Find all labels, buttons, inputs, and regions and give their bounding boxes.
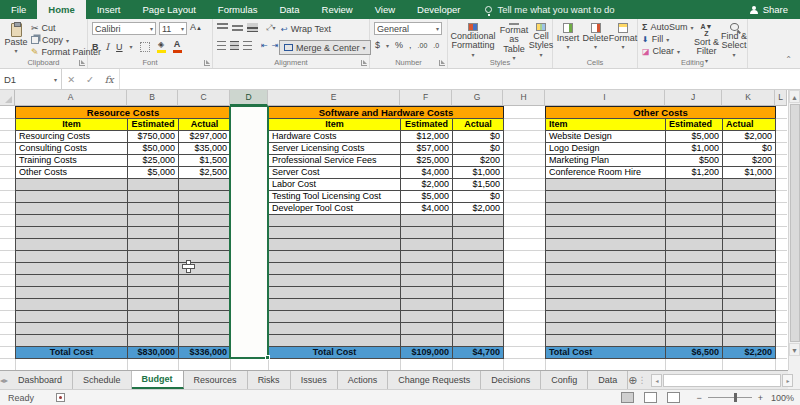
- scroll-left-icon[interactable]: ◂: [651, 374, 662, 387]
- column-header-B[interactable]: B: [127, 90, 178, 106]
- selected-column-D[interactable]: [229, 106, 269, 359]
- bold-button[interactable]: B: [92, 42, 99, 52]
- page-layout-view-icon[interactable]: [644, 392, 657, 403]
- align-middle-icon[interactable]: [232, 23, 243, 32]
- cell-t0-total-actual[interactable]: $336,000: [178, 346, 231, 359]
- conditional-formatting-button[interactable]: Conditional Formatting▾: [449, 20, 497, 58]
- italic-button[interactable]: I: [106, 42, 110, 52]
- align-right-icon[interactable]: [243, 41, 252, 50]
- wrap-text-button[interactable]: ↩ Wrap Text: [281, 23, 331, 35]
- decrease-decimal-button[interactable]: .0: [433, 42, 439, 49]
- column-header-A[interactable]: A: [15, 90, 127, 106]
- font-color-button[interactable]: A: [173, 40, 182, 53]
- number-format-combo[interactable]: General▾: [374, 22, 442, 35]
- accounting-format-button[interactable]: $: [375, 40, 380, 50]
- sheet-tab-data[interactable]: Data: [588, 371, 628, 389]
- find-select-button[interactable]: Find & Select▾: [721, 20, 747, 58]
- sheet-tab-budget[interactable]: Budget: [132, 371, 184, 389]
- cell-t2-total-label[interactable]: Total Cost: [545, 346, 666, 359]
- font-name-combo[interactable]: Calibri▾: [92, 22, 156, 35]
- increase-decimal-button[interactable]: .00: [418, 42, 428, 49]
- column-header-J[interactable]: J: [665, 90, 722, 106]
- ribbon-tab-insert[interactable]: Insert: [86, 0, 132, 19]
- page-break-view-icon[interactable]: [667, 392, 680, 403]
- zoom-slider-thumb[interactable]: [734, 393, 737, 402]
- name-box[interactable]: D1 ▾: [0, 69, 62, 89]
- cell-t1-total-actual[interactable]: $4,700: [452, 346, 504, 359]
- insert-cells-button[interactable]: Insert▾: [555, 20, 581, 58]
- column-header-G[interactable]: G: [452, 90, 503, 106]
- sheet-tab-config[interactable]: Config: [541, 371, 588, 389]
- sheet-tab-dashboard[interactable]: Dashboard: [8, 371, 73, 389]
- delete-cells-button[interactable]: Delete▾: [582, 20, 609, 58]
- font-size-combo[interactable]: 11▾: [159, 22, 187, 35]
- column-header-I[interactable]: I: [545, 90, 665, 106]
- ribbon-tab-home[interactable]: Home: [37, 0, 85, 19]
- new-sheet-button[interactable]: ⊕: [628, 371, 637, 389]
- ribbon-tab-view[interactable]: View: [364, 0, 406, 19]
- format-as-table-button[interactable]: Format as Table▾: [498, 20, 530, 58]
- ribbon-tab-page-layout[interactable]: Page Layout: [131, 0, 206, 19]
- cell-styles-button[interactable]: Cell Styles▾: [530, 20, 552, 58]
- borders-icon[interactable]: [140, 42, 150, 52]
- cell-t2-total-estimated[interactable]: $6,500: [665, 346, 723, 359]
- sheet-tab-schedule[interactable]: Schedule: [73, 371, 132, 389]
- align-center-icon[interactable]: [230, 41, 239, 50]
- horizontal-scroll-thumb[interactable]: [663, 374, 781, 387]
- column-header-K[interactable]: K: [722, 90, 775, 106]
- formula-input[interactable]: [120, 69, 800, 89]
- comma-style-button[interactable]: ,: [409, 40, 412, 50]
- merge-center-button[interactable]: Merge & Center ▾: [279, 40, 371, 55]
- vertical-scrollbar[interactable]: ▲ ▼: [788, 90, 800, 370]
- font-dialog-launcher[interactable]: [204, 60, 210, 66]
- fill-button[interactable]: ⬇Fill▾: [642, 33, 693, 45]
- horizontal-scrollbar[interactable]: ⋮ ◂ ▸: [637, 371, 795, 389]
- ribbon-tab-review[interactable]: Review: [311, 0, 364, 19]
- sheet-tab-issues[interactable]: Issues: [291, 371, 338, 389]
- clipboard-dialog-launcher[interactable]: [79, 60, 85, 66]
- vertical-scroll-thumb[interactable]: [790, 104, 800, 342]
- sort-filter-button[interactable]: A▼Z Sort & Filter▾: [693, 20, 720, 58]
- zoom-slider[interactable]: [708, 397, 752, 398]
- cell-t0-total-estimated[interactable]: $830,000: [127, 346, 179, 359]
- percent-style-button[interactable]: %: [395, 40, 403, 50]
- record-macro-icon[interactable]: [56, 393, 65, 402]
- column-header-H[interactable]: H: [503, 90, 545, 106]
- fill-color-button[interactable]: ◈: [157, 41, 166, 53]
- collapse-ribbon-button[interactable]: ⌃: [785, 55, 792, 64]
- clear-button[interactable]: ◪Clear▾: [642, 45, 693, 57]
- decrease-indent-icon[interactable]: ⇤: [261, 41, 268, 50]
- align-top-icon[interactable]: [217, 23, 228, 32]
- sheet-tab-resources[interactable]: Resources: [184, 371, 248, 389]
- zoom-in-icon[interactable]: +: [758, 393, 763, 403]
- ribbon-tab-developer[interactable]: Developer: [406, 0, 471, 19]
- autosum-button[interactable]: ΣAutoSum▾: [642, 21, 693, 33]
- scroll-right-icon[interactable]: ▸: [782, 374, 793, 387]
- number-dialog-launcher[interactable]: [439, 60, 445, 66]
- format-cells-button[interactable]: Format▾: [610, 20, 636, 58]
- alignment-dialog-launcher[interactable]: [361, 60, 367, 66]
- column-header-L[interactable]: L: [775, 90, 787, 106]
- paste-button[interactable]: Paste ▾: [3, 20, 29, 58]
- align-bottom-icon[interactable]: [247, 23, 258, 32]
- share-button[interactable]: Share: [738, 0, 800, 19]
- zoom-out-icon[interactable]: −: [696, 393, 701, 403]
- insert-function-button[interactable]: fx: [105, 74, 114, 85]
- cell-t1-total-estimated[interactable]: $109,000: [400, 346, 453, 359]
- cancel-entry-icon[interactable]: ✕: [67, 74, 75, 85]
- column-header-D[interactable]: D: [230, 90, 268, 106]
- grow-font-button[interactable]: A▲: [190, 22, 202, 32]
- cell-t2-total-actual[interactable]: $2,200: [722, 346, 776, 359]
- ribbon-tab-formulas[interactable]: Formulas: [207, 0, 269, 19]
- cell-t1-total-label[interactable]: Total Cost: [268, 346, 401, 359]
- select-all-corner[interactable]: [0, 90, 15, 106]
- increase-indent-icon[interactable]: ⇥: [272, 41, 279, 50]
- scroll-up-icon[interactable]: ▲: [789, 90, 800, 103]
- ribbon-tab-file[interactable]: File: [0, 0, 37, 19]
- ribbon-tab-data[interactable]: Data: [268, 0, 310, 19]
- orientation-icon[interactable]: ⤢▾: [266, 23, 275, 33]
- column-header-C[interactable]: C: [178, 90, 230, 106]
- confirm-entry-icon[interactable]: ✓: [86, 74, 94, 85]
- sheet-tab-risks[interactable]: Risks: [248, 371, 291, 389]
- column-header-F[interactable]: F: [400, 90, 452, 106]
